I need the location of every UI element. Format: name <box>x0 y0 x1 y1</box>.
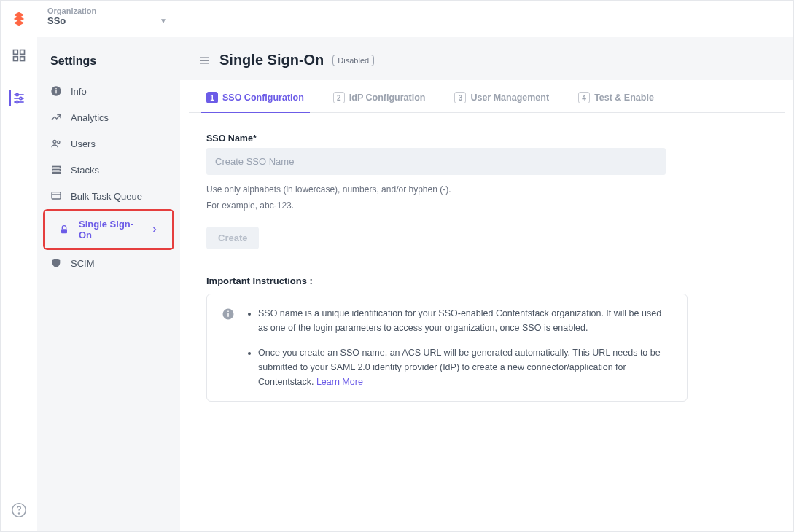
sidebar-item-label: Info <box>71 86 87 97</box>
step-tabs: 1 SSO Configuration 2 IdP Configuration … <box>189 80 785 113</box>
sidebar-item-users[interactable]: Users <box>37 130 180 157</box>
settings-sidebar: Settings Info Analytics Users Stacks Bul… <box>37 37 180 531</box>
sidebar-item-analytics[interactable]: Analytics <box>37 104 180 130</box>
svg-rect-3 <box>20 57 25 61</box>
svg-point-8 <box>20 97 22 99</box>
sidebar-item-label: SCIM <box>71 258 95 269</box>
page-title: Single Sign-On <box>219 52 324 69</box>
svg-rect-13 <box>55 90 56 94</box>
tab-sso-configuration[interactable]: 1 SSO Configuration <box>206 80 304 112</box>
sidebar-item-bulk-task-queue[interactable]: Bulk Task Queue <box>37 183 180 209</box>
step-number: 4 <box>578 92 590 103</box>
svg-point-11 <box>18 513 19 514</box>
step-number: 2 <box>333 92 345 103</box>
step-number: 1 <box>206 92 218 103</box>
tab-idp-configuration[interactable]: 2 IdP Configuration <box>333 80 426 112</box>
svg-point-9 <box>16 101 18 103</box>
nav-rail <box>1 1 37 531</box>
org-label: Organization <box>47 7 170 15</box>
tab-label: User Management <box>470 93 549 103</box>
tab-label: IdP Configuration <box>349 93 426 103</box>
learn-more-link[interactable]: Learn More <box>316 377 363 387</box>
users-icon <box>50 138 62 149</box>
help-icon[interactable] <box>11 502 27 518</box>
org-value: SSo <box>47 15 66 26</box>
sidebar-title: Settings <box>37 55 180 78</box>
svg-rect-14 <box>55 88 56 89</box>
instruction-item: SSO name is a unique identification for … <box>258 306 672 335</box>
svg-rect-17 <box>52 166 61 168</box>
sso-name-label: SSO Name* <box>206 133 767 144</box>
lock-icon <box>58 224 70 235</box>
settings-rail-icon[interactable] <box>9 90 27 106</box>
rail-divider <box>10 77 28 77</box>
chevron-right-icon <box>150 225 159 234</box>
tab-label: Test & Enable <box>594 93 654 103</box>
svg-rect-2 <box>14 57 18 61</box>
step-number: 3 <box>454 92 466 103</box>
svg-rect-28 <box>227 311 229 313</box>
sidebar-item-label: Users <box>71 138 96 149</box>
sidebar-item-label: Analytics <box>71 112 109 123</box>
tab-user-management[interactable]: 3 User Management <box>454 80 549 112</box>
sidebar-item-stacks[interactable]: Stacks <box>37 157 180 183</box>
sidebar-item-label: Single Sign-On <box>79 219 141 240</box>
svg-point-7 <box>16 93 18 95</box>
chevron-down-icon: ▼ <box>160 17 167 25</box>
sidebar-item-label: Bulk Task Queue <box>71 191 142 202</box>
analytics-icon <box>50 112 62 123</box>
brand-logo <box>11 11 27 27</box>
sso-name-hint: Use only alphabets (in lowercase), numbe… <box>206 182 767 214</box>
instructions-box: SSO name is a unique identification for … <box>206 294 688 402</box>
create-button[interactable]: Create <box>206 227 259 249</box>
dashboard-icon[interactable] <box>11 47 27 63</box>
sidebar-item-scim[interactable]: SCIM <box>37 250 180 276</box>
svg-point-15 <box>53 140 56 143</box>
status-badge: Disabled <box>332 55 374 66</box>
queue-icon <box>50 190 62 202</box>
svg-rect-19 <box>52 172 61 173</box>
info-icon <box>50 85 62 97</box>
org-picker[interactable]: Organization SSo ▼ <box>37 1 180 37</box>
sidebar-item-single-sign-on[interactable]: Single Sign-On <box>45 211 172 248</box>
tab-label: SSO Configuration <box>222 93 304 103</box>
instructions-title: Important Instructions : <box>206 275 767 286</box>
instruction-item: Once you create an SSO name, an ACS URL … <box>258 345 672 389</box>
svg-rect-18 <box>52 169 61 171</box>
svg-rect-27 <box>227 313 229 317</box>
stacks-icon <box>50 164 62 176</box>
svg-rect-22 <box>61 229 67 233</box>
page-header: Single Sign-On Disabled <box>180 37 793 80</box>
svg-rect-1 <box>20 50 25 55</box>
svg-rect-20 <box>52 192 61 199</box>
sso-name-input[interactable] <box>206 148 666 175</box>
svg-point-16 <box>58 141 60 143</box>
sidebar-item-info[interactable]: Info <box>37 78 180 104</box>
tab-test-enable[interactable]: 4 Test & Enable <box>578 80 654 112</box>
sidebar-item-label: Stacks <box>71 165 99 176</box>
shield-icon <box>50 257 62 269</box>
menu-icon[interactable] <box>198 54 211 67</box>
info-icon <box>222 308 235 321</box>
svg-rect-0 <box>14 50 18 55</box>
